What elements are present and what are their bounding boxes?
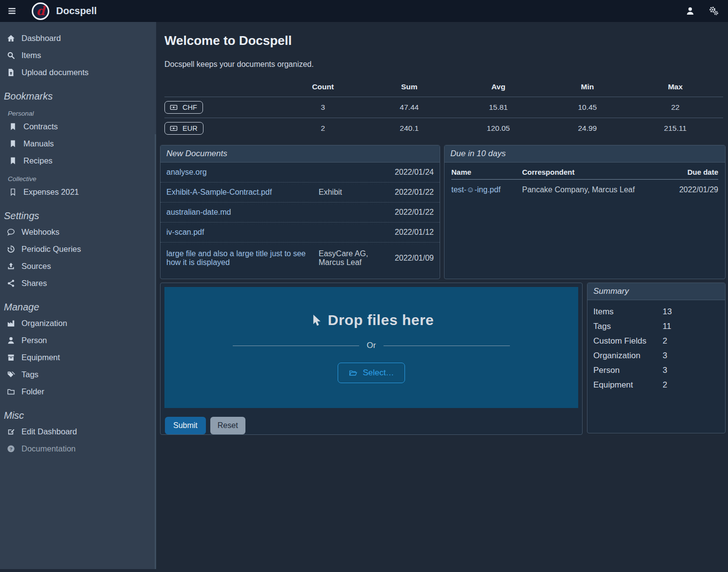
stat-chf-max: 22 — [627, 97, 723, 118]
stats-header-count: Count — [277, 80, 369, 97]
main-content: Welcome to Docspell Docspell keeps your … — [156, 22, 728, 572]
new-documents-list: analyse.org 2022/01/24 Exhibit-A-Sample-… — [161, 163, 440, 274]
select-files-button[interactable]: Select… — [338, 363, 404, 383]
question-circle-icon: ? — [7, 445, 15, 453]
sidebar-item-tags[interactable]: Tags — [0, 366, 156, 383]
navbar-actions — [681, 2, 728, 20]
stat-eur-count: 2 — [277, 118, 369, 139]
sidebar-item-upload-documents[interactable]: Upload documents — [0, 64, 156, 81]
history-icon — [7, 245, 15, 253]
summary-row-tags: Tags 11 — [593, 319, 719, 334]
money-bill-icon — [169, 124, 178, 132]
app-root: d Docspell — [0, 0, 728, 572]
hamburger-icon — [7, 6, 17, 16]
sidebar-item-periodic-queries[interactable]: Periodic Queries — [0, 241, 156, 258]
sidebar-item-person[interactable]: Person — [0, 332, 156, 349]
document-link[interactable]: australian-date.md — [166, 208, 319, 217]
document-row: australian-date.md 2022/01/22 — [161, 203, 440, 223]
due-panel: Due in 10 days Name Correspondent Due da… — [444, 145, 726, 279]
currency-badge-eur: EUR — [164, 122, 203, 135]
comment-icon — [7, 228, 15, 236]
bookmark-filled-icon — [9, 157, 17, 165]
menu-button[interactable] — [0, 0, 23, 22]
submit-button[interactable]: Submit — [165, 417, 206, 434]
reset-button[interactable]: Reset — [210, 417, 245, 434]
bookmark-manuals[interactable]: Manuals — [0, 135, 156, 152]
document-link[interactable]: iv-scan.pdf — [166, 228, 319, 237]
stats-row-eur: EUR 2 240.1 120.05 24.99 215.11 — [164, 118, 723, 139]
section-settings: Settings — [0, 201, 156, 224]
document-link[interactable]: Exhibit-A-Sample-Contract.pdf — [166, 188, 319, 197]
sidebar-item-documentation[interactable]: ? Documentation — [0, 440, 156, 457]
due-panel-title: Due in 10 days — [445, 145, 725, 163]
sidebar-item-edit-dashboard[interactable]: Edit Dashboard — [0, 423, 156, 440]
sidebar-item-folder[interactable]: Folder — [0, 383, 156, 400]
stats-header-sum: Sum — [369, 80, 449, 97]
bookmark-filled-icon — [9, 123, 17, 131]
summary-title: Summary — [587, 283, 725, 300]
document-row: iv-scan.pdf 2022/01/12 — [161, 223, 440, 243]
file-drop-zone[interactable]: Drop files here Or Select… — [164, 287, 578, 408]
stat-chf-count: 3 — [277, 97, 369, 118]
file-upload-icon — [7, 68, 15, 77]
stats-header-max: Max — [627, 80, 723, 97]
section-misc: Misc — [0, 400, 156, 423]
search-icon — [7, 51, 15, 60]
document-link[interactable]: analyse.org — [166, 168, 319, 177]
stat-chf-min: 10.45 — [547, 97, 627, 118]
currency-badge-chf: CHF — [164, 101, 203, 114]
sidebar-item-dashboard[interactable]: Dasbhoard — [0, 30, 156, 47]
stat-eur-max: 215.11 — [627, 118, 723, 139]
due-header-due-date: Due date — [660, 163, 718, 180]
new-documents-panel: New Documents analyse.org 2022/01/24 Exh… — [160, 145, 440, 279]
upload-icon — [7, 262, 15, 270]
navbar: d Docspell — [0, 0, 728, 22]
svg-text:?: ? — [9, 446, 12, 451]
upload-actions: Submit Reset — [161, 412, 582, 435]
sidebar-item-sources[interactable]: Sources — [0, 258, 156, 275]
folder-open-icon — [348, 369, 358, 377]
stat-chf-avg: 15.81 — [449, 97, 547, 118]
sidebar-item-organization[interactable]: Organization — [0, 315, 156, 332]
drop-files-label: Drop files here — [309, 312, 434, 328]
stats-header-currency — [164, 80, 277, 97]
home-icon — [7, 34, 15, 42]
sidebar-item-equipment[interactable]: Equipment — [0, 349, 156, 366]
document-row: Exhibit-A-Sample-Contract.pdf Exhibit 20… — [161, 183, 440, 203]
panels-row-1: New Documents analyse.org 2022/01/24 Exh… — [160, 145, 726, 279]
box-icon — [7, 353, 15, 362]
bookmark-expenses-2021[interactable]: Expenses 2021 — [0, 184, 156, 201]
summary-row-equipment: Equipment 2 — [593, 378, 719, 392]
sidebar-item-shares[interactable]: Shares — [0, 275, 156, 292]
bookmark-filled-icon — [9, 140, 17, 148]
docspell-logo: d — [32, 2, 49, 20]
stats-table: Count Sum Avg Min Max CHF 3 47. — [164, 80, 723, 139]
panels-row-2: Drop files here Or Select… Submit Reset — [160, 283, 726, 435]
page-title: Welcome to Docspell — [164, 33, 726, 48]
due-document-link[interactable]: test-☺-ing.pdf — [451, 180, 522, 201]
user-icon — [686, 6, 695, 16]
due-table: Name Correspondent Due date test-☺-ing.p… — [451, 163, 718, 200]
document-link[interactable]: large file and also a large title just t… — [166, 249, 319, 267]
edit-icon — [7, 428, 15, 436]
stats-row-chf: CHF 3 47.44 15.81 10.45 22 — [164, 97, 723, 118]
folder-icon — [7, 388, 15, 396]
document-row: analyse.org 2022/01/24 — [161, 163, 440, 183]
tags-icon — [7, 370, 15, 379]
stats-header-avg: Avg — [449, 80, 547, 97]
settings-button[interactable] — [705, 2, 722, 20]
summary-row-custom-fields: Custom Fields 2 — [593, 334, 719, 348]
bookmarks-group-collective: Collective — [0, 169, 156, 184]
account-button[interactable] — [681, 2, 699, 20]
industry-icon — [7, 319, 15, 327]
or-divider: Or — [233, 341, 510, 350]
sidebar-item-webhooks[interactable]: Webhooks — [0, 224, 156, 241]
summary-row-items: Items 13 — [593, 305, 719, 319]
bookmark-recipes[interactable]: Recipes — [0, 152, 156, 169]
document-row: large file and also a large title just t… — [161, 243, 440, 274]
stat-eur-sum: 240.1 — [369, 118, 449, 139]
sidebar-item-items[interactable]: Items — [0, 47, 156, 64]
stats-header-min: Min — [547, 80, 627, 97]
summary-panel: Summary Items 13 Tags 11 Custom Fields 2 — [587, 283, 726, 433]
bookmark-contracts[interactable]: Contracts — [0, 118, 156, 135]
